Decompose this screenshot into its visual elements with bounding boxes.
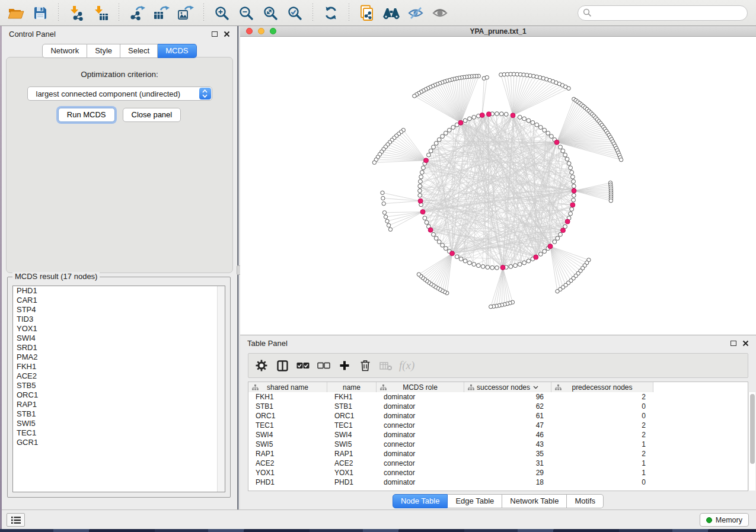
table-row[interactable]: SWI4SWI4dominator462	[248, 430, 748, 440]
tab-node-table[interactable]: Node Table	[393, 494, 448, 508]
close-panel-icon[interactable]	[224, 31, 230, 37]
cell-predecessor_nodes: 1	[551, 459, 653, 467]
mcds-result-item[interactable]: ORC1	[13, 390, 225, 400]
mcds-result-item[interactable]: SWI5	[13, 419, 225, 428]
tab-style[interactable]: Style	[87, 44, 120, 58]
mcds-list-scrollbar[interactable]	[217, 286, 225, 492]
network-graph[interactable]	[240, 37, 756, 335]
mcds-result-item[interactable]: CAR1	[13, 296, 225, 305]
mcds-result-item[interactable]: PHD1	[13, 286, 225, 296]
export-network-button[interactable]	[127, 3, 147, 23]
table-row[interactable]: YOX1YOX1connector291	[248, 468, 748, 477]
mcds-result-item[interactable]: YOX1	[13, 324, 225, 334]
add-row-button[interactable]	[337, 358, 352, 373]
show-columns-button[interactable]	[275, 358, 290, 373]
table-settings-button[interactable]	[254, 358, 269, 373]
table-row[interactable]: ACE2ACE2connector311	[248, 459, 748, 468]
export-table-button[interactable]	[151, 3, 171, 23]
network-canvas[interactable]	[240, 37, 756, 335]
cell-successor_nodes: 29	[464, 469, 551, 477]
close-panel-button[interactable]: Close panel	[123, 108, 181, 122]
import-network-button[interactable]	[66, 3, 87, 23]
column-header-name[interactable]: name	[327, 382, 377, 392]
cell-name: SWI4	[327, 431, 377, 439]
import-table-button[interactable]	[91, 3, 111, 23]
mcds-result-item[interactable]: ACE2	[13, 371, 225, 381]
mcds-result-item[interactable]: STP4	[13, 305, 225, 315]
tab-select[interactable]: Select	[120, 44, 158, 58]
optimization-criterion-select[interactable]: largest connected component (undirected)	[27, 86, 212, 101]
table-row[interactable]: RAP1RAP1dominator352	[248, 449, 748, 459]
cell-mcds_role: connector	[377, 459, 464, 467]
table-row[interactable]: STB1STB1dominator620	[248, 402, 748, 411]
delete-row-button[interactable]	[358, 358, 373, 373]
cell-predecessor_nodes: 2	[551, 431, 653, 439]
column-header-shared-name[interactable]: shared name	[248, 382, 327, 392]
toolbar-separator	[203, 4, 204, 23]
memory-button[interactable]: Memory	[700, 513, 749, 527]
tab-motifs[interactable]: Motifs	[567, 494, 604, 508]
cytoscape-window: Control Panel NetworkStyleSelectMCDS Opt…	[0, 0, 756, 532]
share-network-button[interactable]	[357, 3, 377, 23]
cell-name: FKH1	[327, 393, 377, 401]
zoom-in-button[interactable]	[212, 3, 232, 23]
mcds-result-item[interactable]: SRD1	[13, 343, 225, 352]
export-image-button[interactable]	[176, 3, 196, 23]
zoom-in-icon	[214, 5, 229, 21]
tab-edge-table[interactable]: Edge Table	[448, 494, 502, 508]
show-all-button[interactable]	[430, 3, 450, 23]
mcds-result-list[interactable]: PHD1CAR1STP4TID3YOX1SWI4SRD1PMA2FKH1ACE2…	[12, 286, 225, 492]
share-document-icon	[359, 5, 375, 21]
column-header-MCDS-role[interactable]: MCDS role	[377, 382, 464, 392]
refresh-button[interactable]	[321, 3, 341, 23]
tab-network[interactable]: Network	[42, 44, 87, 58]
zoom-fit-button[interactable]	[260, 3, 280, 23]
table-row[interactable]: ORC1ORC1dominator610	[248, 411, 748, 421]
save-session-button[interactable]	[30, 3, 50, 23]
zoom-selected-button[interactable]	[285, 3, 305, 23]
mcds-result-item[interactable]: GCR1	[13, 438, 225, 447]
columns-icon	[277, 360, 288, 371]
mcds-result-item[interactable]: TEC1	[13, 428, 225, 438]
mcds-result-item[interactable]: STB1	[13, 409, 225, 419]
table-scrollbar[interactable]	[748, 392, 755, 491]
export-image-icon	[177, 5, 194, 21]
table-row[interactable]: TEC1TEC1connector472	[248, 421, 748, 430]
float-panel-icon[interactable]	[212, 31, 218, 37]
mcds-result-item[interactable]: FKH1	[13, 362, 225, 371]
zoom-out-button[interactable]	[236, 3, 256, 23]
table-row[interactable]: FKH1FKH1dominator962	[248, 392, 748, 402]
task-history-button[interactable]	[7, 513, 25, 527]
mcds-result-item[interactable]: RAP1	[13, 400, 225, 409]
select-all-button[interactable]	[295, 358, 311, 373]
shared-column-icon	[252, 384, 259, 390]
zoom-out-icon	[238, 5, 254, 21]
search-network-button[interactable]	[381, 3, 401, 23]
cell-mcds_role: dominator	[377, 402, 464, 411]
table-row[interactable]: PHD1PHD1dominator180	[248, 477, 748, 487]
search-input[interactable]	[578, 5, 748, 21]
hide-selected-button[interactable]	[406, 3, 426, 23]
cell-mcds_role: dominator	[377, 393, 464, 401]
cell-shared_name: YOX1	[248, 469, 327, 477]
column-header-predecessor-nodes[interactable]: predecessor nodes	[551, 382, 653, 392]
cell-shared_name: ORC1	[248, 412, 327, 420]
mcds-result-item[interactable]: SWI4	[13, 334, 225, 343]
mcds-result-item[interactable]: TID3	[13, 315, 225, 324]
run-mcds-button[interactable]: Run MCDS	[58, 108, 115, 122]
deselect-all-button[interactable]	[316, 358, 331, 373]
cell-shared_name: PHD1	[248, 478, 327, 486]
float-panel-icon[interactable]	[731, 341, 736, 346]
search-icon	[583, 8, 592, 17]
close-panel-icon[interactable]	[742, 340, 749, 347]
cell-successor_nodes: 43	[464, 440, 551, 448]
column-header-successor-nodes[interactable]: successor nodes	[464, 382, 551, 392]
node-table[interactable]: shared namenameMCDS rolesuccessor nodesp…	[248, 382, 748, 491]
tab-mcds[interactable]: MCDS	[158, 44, 196, 58]
open-session-button[interactable]	[6, 3, 26, 23]
table-scrollbar-thumb[interactable]	[750, 394, 755, 464]
tab-network-table[interactable]: Network Table	[502, 494, 567, 508]
mcds-result-item[interactable]: STB5	[13, 381, 225, 390]
table-row[interactable]: SWI5SWI5connector431	[248, 440, 748, 449]
mcds-result-item[interactable]: PMA2	[13, 352, 225, 362]
